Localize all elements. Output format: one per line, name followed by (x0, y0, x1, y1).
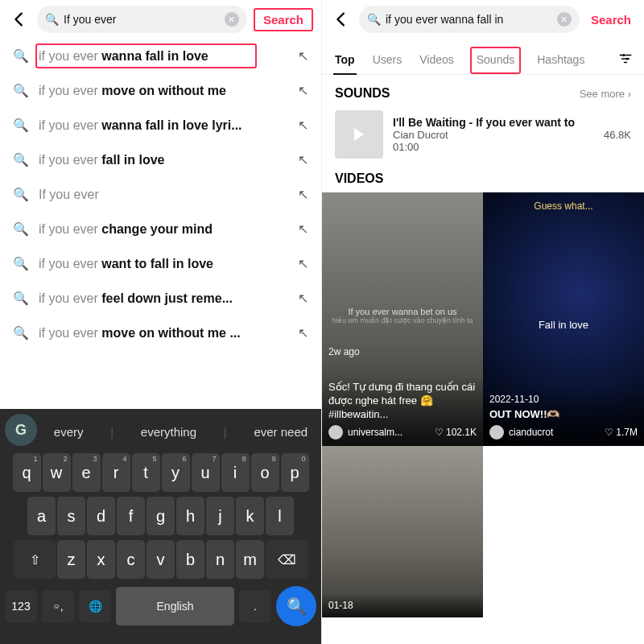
prediction[interactable]: ever need (254, 425, 308, 439)
backspace-key[interactable]: ⌫ (266, 540, 308, 579)
key-u[interactable]: 7u (192, 453, 220, 492)
search-icon: 🔍 (13, 152, 29, 167)
in-video-mid-text: Fall in love (483, 319, 644, 331)
numeric-key[interactable]: 123 (5, 590, 37, 622)
key-a[interactable]: a (27, 497, 56, 535)
suggestion-text: if you ever fall in love (39, 153, 288, 167)
globe-key[interactable]: 🌐 (79, 590, 111, 622)
insert-icon[interactable]: ↖ (298, 221, 308, 237)
suggestion-item[interactable]: 🔍 if you ever wanna fall in love lyri...… (0, 108, 321, 142)
key-t[interactable]: 5t (132, 453, 160, 492)
avatar-icon (328, 425, 343, 440)
back-button[interactable] (8, 8, 31, 31)
key-w[interactable]: 2w (43, 453, 71, 492)
key-o[interactable]: 9o (251, 453, 279, 492)
suggestion-item[interactable]: 🔍 if you ever change your mind ↖ (0, 212, 321, 246)
key-x[interactable]: x (87, 540, 115, 579)
see-more-link[interactable]: See more › (580, 88, 631, 100)
key-f[interactable]: f (117, 497, 145, 535)
key-y[interactable]: 6y (162, 453, 190, 492)
insert-icon[interactable]: ↖ (298, 152, 308, 167)
tab-top[interactable]: Top (333, 47, 357, 74)
clear-icon[interactable]: ✕ (225, 12, 239, 27)
search-icon: 🔍 (13, 187, 29, 202)
video-date: 2022-11-10 (489, 394, 638, 405)
suggestion-text: if you ever move on without me ... (39, 326, 288, 341)
suggestion-item[interactable]: 🔍 If you ever ↖ (0, 177, 321, 212)
video-likes: ♡ 1.7M (605, 427, 638, 438)
video-tile[interactable]: 01-18 (322, 446, 483, 617)
keyboard-predictions: every| everything| ever need (40, 412, 321, 451)
tab-sounds[interactable]: Sounds (470, 47, 521, 74)
video-user: universalm... (348, 427, 402, 438)
prediction[interactable]: everything (141, 425, 196, 439)
search-icon: 🔍 (13, 221, 29, 237)
suggestion-item[interactable]: 🔍 if you ever want to fall in love ↖ (0, 246, 321, 281)
key-v[interactable]: v (147, 540, 175, 579)
space-key[interactable]: English (116, 587, 234, 625)
suggestion-item[interactable]: 🔍 if you ever fall in love ↖ (0, 142, 321, 177)
key-n[interactable]: n (206, 540, 234, 579)
search-field-container[interactable]: 🔍 ✕ (359, 6, 580, 33)
insert-icon[interactable]: ↖ (298, 83, 308, 98)
shift-key[interactable]: ⇧ (14, 540, 56, 579)
section-title: SOUNDS (335, 86, 390, 101)
video-tile[interactable]: Guess what... Fall in love 2022-11-10 OU… (483, 192, 644, 446)
key-c[interactable]: c (117, 540, 145, 579)
suggestion-list: 🔍 if you ever wanna fall in love ↖ 🔍 if … (0, 39, 321, 350)
key-e[interactable]: 3e (72, 453, 101, 492)
filter-icon[interactable] (618, 52, 633, 69)
result-tabs: Top Users Videos Sounds Hashtags (322, 39, 644, 75)
insert-icon[interactable]: ↖ (298, 48, 308, 64)
sound-duration: 01:00 (393, 141, 594, 153)
back-button[interactable] (330, 8, 353, 31)
search-button[interactable]: Search (254, 8, 313, 31)
key-g[interactable]: g (147, 497, 175, 535)
grammarly-icon[interactable]: G (5, 414, 37, 446)
suggestion-item[interactable]: 🔍 if you ever feel down just reme... ↖ (0, 281, 321, 316)
key-j[interactable]: j (206, 497, 234, 535)
tab-users[interactable]: Users (371, 47, 404, 74)
video-tile[interactable]: If you ever wanna bet on us Nếu em muốn … (322, 192, 483, 446)
insert-icon[interactable]: ↖ (298, 291, 308, 306)
key-i[interactable]: 8i (221, 453, 250, 492)
suggestion-item[interactable]: 🔍 if you ever move on without me ... ↖ (0, 316, 321, 350)
key-s[interactable]: s (57, 497, 85, 535)
key-d[interactable]: d (87, 497, 115, 535)
insert-icon[interactable]: ↖ (298, 187, 308, 202)
key-h[interactable]: h (176, 497, 204, 535)
search-input[interactable] (386, 13, 552, 26)
sound-result[interactable]: I'll Be Waiting - If you ever want to Ci… (322, 107, 644, 167)
key-b[interactable]: b (176, 540, 204, 579)
search-button[interactable]: Search (586, 10, 636, 30)
insert-icon[interactable]: ↖ (298, 325, 308, 341)
comma-key[interactable]: ☺, (42, 590, 74, 622)
tab-videos[interactable]: Videos (418, 47, 456, 74)
key-z[interactable]: z (57, 540, 85, 579)
key-row-3: ⇧ z x c v b n m ⌫ (0, 538, 321, 581)
insert-icon[interactable]: ↖ (298, 256, 308, 271)
key-l[interactable]: l (266, 497, 294, 535)
prediction[interactable]: every (54, 425, 84, 439)
key-k[interactable]: k (236, 497, 264, 535)
tab-hashtags[interactable]: Hashtags (535, 47, 586, 74)
videos-grid: If you ever wanna bet on us Nếu em muốn … (322, 192, 644, 617)
sound-thumbnail[interactable] (335, 110, 383, 159)
key-p[interactable]: 0p (281, 453, 309, 492)
insert-icon[interactable]: ↖ (298, 118, 308, 133)
clear-icon[interactable]: ✕ (557, 12, 572, 27)
period-key[interactable]: . (239, 590, 271, 622)
key-m[interactable]: m (236, 540, 264, 579)
video-thumbnail (322, 446, 483, 617)
keyboard-search-button[interactable]: 🔍 (276, 586, 316, 626)
search-bar: 🔍 ✕ Search (0, 0, 321, 39)
search-input[interactable] (64, 13, 220, 26)
suggestion-item[interactable]: 🔍 if you ever wanna fall in love ↖ (0, 39, 321, 73)
key-q[interactable]: 1q (13, 453, 41, 492)
key-r[interactable]: 4r (102, 453, 130, 492)
search-field-container[interactable]: 🔍 ✕ (37, 6, 247, 33)
search-icon: 🔍 (13, 291, 29, 306)
search-icon: 🔍 (367, 13, 381, 26)
suggestion-item[interactable]: 🔍 if you ever move on without me ↖ (0, 73, 321, 108)
in-video-caption: If you ever wanna bet on us Nếu em muốn … (322, 307, 483, 324)
